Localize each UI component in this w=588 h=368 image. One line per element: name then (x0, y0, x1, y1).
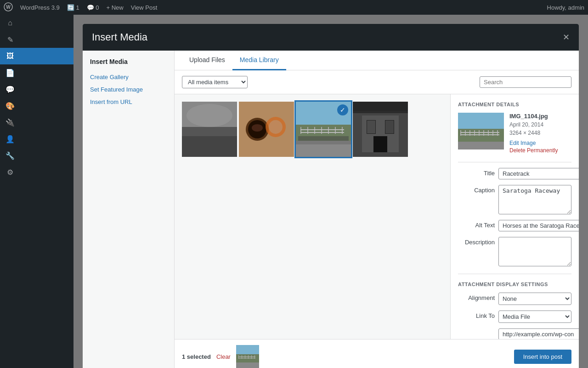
link-to-select[interactable]: Media File Attachment Page Custom URL No… (498, 310, 571, 323)
media-filter-select[interactable]: All media items Images Audio Video (182, 76, 248, 88)
sidebar-link-create-gallery[interactable]: Create Gallery (83, 71, 174, 83)
settings-icon: ⚙ (6, 167, 15, 177)
selected-count: 1 selected (182, 353, 211, 360)
sidebar-item-tools[interactable]: 🔧 (0, 147, 74, 164)
media-grid: ✓ (182, 102, 443, 157)
modal-header: Insert Media ✕ (83, 24, 579, 51)
clear-selection-link[interactable]: Clear (216, 353, 231, 360)
sidebar-link-insert-from-url[interactable]: Insert from URL (83, 96, 174, 108)
media-toolbar: All media items Images Audio Video (175, 70, 579, 94)
link-to-field-row: Link To Media File Attachment Page Custo… (458, 310, 571, 323)
description-label: Description (458, 237, 495, 246)
svg-point-11 (252, 124, 263, 132)
media-item-bw-landscape[interactable] (182, 102, 237, 157)
svg-rect-28 (298, 136, 349, 141)
display-settings-title: ATTACHMENT DISPLAY SETTINGS (458, 274, 571, 287)
modal-body: Insert Media Create Gallery Set Featured… (83, 51, 579, 368)
dashboard-icon: ⌂ (6, 18, 15, 28)
alt-text-input[interactable] (498, 220, 579, 231)
sidebar-link-set-featured-image[interactable]: Set Featured Image (83, 83, 174, 96)
attachment-details-title: ATTACHMENT DETAILS (458, 102, 571, 107)
comments-count[interactable]: 💬 0 (87, 4, 99, 11)
sidebar-item-plugins[interactable]: 🔌 (0, 114, 74, 131)
sidebar: ⌂ ✎ 🖼 📄 💬 🎨 🔌 👤 🔧 ⚙ (0, 15, 74, 368)
svg-rect-6 (182, 127, 237, 136)
svg-rect-64 (238, 358, 255, 358)
alignment-label: Alignment (458, 293, 495, 301)
sidebar-item-settings[interactable]: ⚙ (0, 164, 74, 180)
svg-rect-27 (300, 132, 344, 133)
sidebar-item-users[interactable]: 👤 (0, 131, 74, 147)
user-greeting: Howdy, admin (547, 4, 584, 11)
title-field-row: Title (458, 168, 571, 179)
svg-point-13 (269, 120, 283, 134)
media-search-input[interactable] (480, 76, 571, 88)
alignment-select[interactable]: None Left Center Right (498, 293, 571, 305)
alt-text-field-row: Alt Text (458, 220, 571, 231)
wp-logo-icon[interactable]: W (4, 2, 13, 13)
caption-textarea[interactable]: Saratoga Raceway (498, 185, 571, 214)
modal-content-area: Upload Files Media Library All media ite… (175, 51, 579, 368)
svg-rect-18 (296, 141, 351, 144)
view-post-link[interactable]: View Post (131, 4, 158, 11)
modal-footer: 1 selected Clear (175, 339, 579, 368)
users-icon: 👤 (6, 134, 15, 144)
attachment-details-panel: ATTACHMENT DETAILS (450, 94, 579, 339)
sidebar-item-appearance[interactable]: 🎨 (0, 98, 74, 114)
svg-rect-26 (300, 129, 344, 130)
sidebar-item-pages[interactable]: 📄 (0, 64, 74, 81)
divider (458, 162, 571, 162)
admin-bar: W WordPress 3.9 🔄 1 💬 0 + New View Post … (0, 0, 588, 15)
comments-icon: 💬 (6, 85, 15, 94)
description-textarea[interactable] (498, 237, 571, 266)
sidebar-item-media[interactable]: 🖼 (0, 48, 74, 64)
tab-upload-files[interactable]: Upload Files (182, 51, 232, 70)
title-input[interactable] (498, 168, 579, 179)
svg-rect-63 (238, 356, 255, 357)
media-grid-wrap: ✓ (175, 94, 450, 339)
modal-sidebar: Insert Media Create Gallery Set Featured… (83, 51, 175, 368)
tools-icon: 🔧 (6, 151, 15, 160)
site-name[interactable]: WordPress 3.9 (20, 4, 60, 11)
sidebar-item-dashboard[interactable]: ⌂ (0, 15, 74, 31)
appearance-icon: 🎨 (6, 101, 15, 110)
plugins-icon: 🔌 (6, 118, 15, 127)
caption-label: Caption (458, 185, 495, 194)
selected-thumbnail (236, 345, 259, 368)
svg-point-4 (187, 104, 232, 127)
delete-permanently-link[interactable]: Delete Permanently (509, 147, 558, 154)
svg-rect-37 (353, 102, 408, 113)
modal-sidebar-title: Insert Media (83, 58, 174, 71)
caption-field-row: Caption Saratoga Raceway (458, 185, 571, 214)
modal-close-button[interactable]: ✕ (563, 33, 570, 41)
main-content: Insert Media ✕ Insert Media Create Galle… (74, 15, 588, 368)
sidebar-item-comments[interactable]: 💬 (0, 81, 74, 98)
link-url-label (458, 328, 495, 330)
description-field-row: Description (458, 237, 571, 266)
svg-rect-52 (460, 134, 499, 135)
media-item-coffee[interactable] (239, 102, 294, 157)
sidebar-item-posts[interactable]: ✎ (0, 31, 74, 48)
edit-image-link[interactable]: Edit Image (509, 140, 558, 146)
media-item-racetrack[interactable]: ✓ (296, 102, 351, 157)
svg-rect-34 (373, 136, 387, 152)
posts-icon: ✎ (6, 35, 15, 44)
selected-check-icon: ✓ (337, 104, 348, 115)
svg-rect-51 (460, 132, 499, 133)
updates-count[interactable]: 🔄 1 (67, 4, 79, 11)
attachment-filename: IMG_1104.jpg (509, 113, 558, 120)
title-label: Title (458, 168, 495, 177)
svg-text:W: W (6, 5, 11, 10)
insert-into-post-button[interactable]: Insert into post (514, 350, 571, 364)
media-item-bw-building[interactable] (353, 102, 408, 157)
attachment-dimensions: 3264 × 2448 (509, 130, 558, 136)
new-button[interactable]: + New (106, 4, 123, 11)
modal-title: Insert Media (92, 31, 147, 43)
pages-icon: 📄 (6, 68, 15, 77)
link-url-field-row (458, 328, 571, 339)
svg-rect-54 (236, 345, 259, 354)
modal-overlay: Insert Media ✕ Insert Media Create Galle… (74, 15, 588, 368)
modal-tabs: Upload Files Media Library (175, 51, 579, 70)
link-url-input[interactable] (498, 328, 579, 339)
tab-media-library[interactable]: Media Library (232, 51, 286, 70)
